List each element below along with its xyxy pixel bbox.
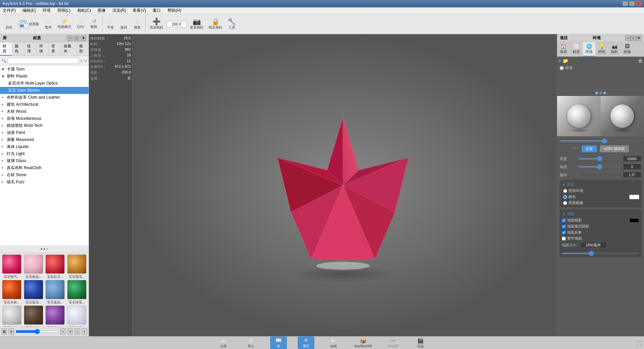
tree-item-stone[interactable]: + 石材 Stone <box>0 171 89 179</box>
tab-texture[interactable]: 纹理 <box>24 42 37 56</box>
grid-icon[interactable]: ⊞ <box>1 328 7 335</box>
bottom-animation[interactable]: ▶ 动画 <box>325 337 342 349</box>
tab-lighting-proj[interactable]: 💡 照明 <box>595 42 608 56</box>
tree-item-paint[interactable]: + 油漆 Paint <box>0 129 89 136</box>
refresh-icon[interactable]: ↺ <box>84 58 87 63</box>
zoom-in-icon[interactable]: + <box>67 328 73 335</box>
ground-shadow-check[interactable] <box>562 218 566 222</box>
env-delete-icon[interactable]: 🗑 <box>638 58 643 63</box>
tree-item-measured[interactable]: + 测量 Measured <box>0 136 89 143</box>
tree-item-gemstones[interactable]: 宝石 Gem Stones <box>0 87 89 94</box>
tree-item-misc[interactable]: + 杂项 Miscellaneous <box>0 115 89 122</box>
bottom-keyvr[interactable]: 👓 KeyVR <box>385 337 401 349</box>
toolbar-lockcam[interactable]: 🔒 锁定相机 <box>207 17 224 31</box>
ground-reflect-check[interactable] <box>562 231 566 235</box>
env-tree-item[interactable]: 环境 <box>558 65 643 71</box>
bottom-import[interactable]: ⬇ 导入 <box>243 337 259 349</box>
tree-item-liquids[interactable]: + 液体 Liquids <box>0 143 89 150</box>
rotation-input[interactable] <box>623 172 641 178</box>
menu-image[interactable]: 图像 <box>96 8 107 13</box>
menu-window[interactable]: 窗口 <box>151 8 162 13</box>
ground-size-input[interactable] <box>580 242 607 248</box>
bottom-render[interactable]: 🎬 渲染 <box>412 337 429 349</box>
thumb-gem-pink[interactable]: 宝石粉晶... <box>23 254 44 279</box>
brightness-slider[interactable] <box>578 158 622 159</box>
env-add-icon[interactable]: + <box>558 58 561 63</box>
toolbar-perf[interactable]: ⚡ 性能模式 <box>56 18 73 30</box>
menu-view[interactable]: 查看(V) <box>131 8 147 13</box>
rp-dock-btn[interactable]: □ <box>631 36 636 41</box>
panel-close-btn[interactable]: ✕ <box>81 36 86 41</box>
thumb-gem-diamond[interactable]: 宝石钻石... <box>66 305 88 327</box>
bg-color-swatch[interactable] <box>629 195 639 199</box>
thumb-gem-amethyst[interactable]: 宝石紫晶... <box>45 305 66 327</box>
toolbar-selectcam[interactable]: 📷 复置相机 <box>188 17 205 31</box>
menu-file[interactable]: 文件(F) <box>1 8 17 13</box>
tree-item-toon[interactable]: ▼ 卡通 Toon <box>0 66 89 73</box>
thumb-gem-electric[interactable]: 宝石电气... <box>1 254 22 279</box>
tree-item-plastic[interactable]: ▼ 塑料 Plastic <box>0 73 89 80</box>
env-preview-dark[interactable] <box>601 96 644 136</box>
sort-icon[interactable]: ≡ <box>80 58 83 63</box>
rp-close-btn[interactable]: ✕ <box>636 36 641 41</box>
size-slider[interactable] <box>15 329 59 334</box>
tree-item-fuzz[interactable]: + 绒毛 Fuzz <box>0 179 89 186</box>
minimize-button[interactable]: ─ <box>623 1 628 6</box>
toolbar-move[interactable]: ✕ 平移 <box>104 17 116 31</box>
tab-material[interactable]: 材质 <box>0 42 12 56</box>
thumb-gem-smoky[interactable]: 宝石烟晶... <box>23 305 44 327</box>
settings-tab-hdri[interactable]: HDRI 编辑器 <box>600 145 629 152</box>
tab-bg[interactable]: 背景 <box>49 42 61 56</box>
tab-camera-proj[interactable]: 📷 相机 <box>608 42 621 56</box>
thumb-gem-crystal[interactable]: 宝石水晶... <box>1 305 22 327</box>
search-input[interactable] <box>8 57 79 64</box>
ground-flatten-check[interactable] <box>562 237 566 241</box>
close-button[interactable]: ✕ <box>636 1 641 6</box>
maximize-button[interactable]: □ <box>629 1 635 6</box>
tab-fav[interactable]: 收藏夹 <box>61 42 77 56</box>
tree-item-glass[interactable]: + 玻璃 Glass <box>0 157 89 164</box>
thumb-gem-aquamarine[interactable]: 宝石蓝晶... <box>45 280 66 305</box>
rp-minus-btn[interactable]: ─ <box>625 36 631 41</box>
sort-asc-icon[interactable]: ↑ <box>82 328 87 335</box>
bottom-keyshotxr[interactable]: 📦 KeyShotXR <box>353 337 374 349</box>
resize-handle[interactable]: ⛶ <box>637 341 641 346</box>
menu-camera[interactable]: 相机(C) <box>76 8 92 13</box>
ground-size-slider[interactable] <box>562 253 639 254</box>
bottom-project[interactable]: ≡ 项目 <box>298 337 314 349</box>
menu-env[interactable]: 环境 <box>41 8 52 13</box>
brightness-input[interactable] <box>623 156 641 162</box>
sort-desc-icon[interactable]: ↓ <box>75 328 80 335</box>
env-folder-icon[interactable]: 📁 <box>562 58 568 63</box>
toolbar-view[interactable]: 👁 视角 <box>131 17 143 31</box>
toolbar-denoise[interactable]: ↺ 断联 <box>88 18 100 30</box>
height-slider[interactable] <box>578 166 622 167</box>
env-preview-slider[interactable] <box>560 140 641 142</box>
toolbar-cpu-usage[interactable]: CPU 使用量 <box>16 19 41 29</box>
bottom-studio[interactable]: 📖 库 <box>270 337 287 349</box>
tab-image-proj[interactable]: 🖼 图像 <box>621 42 634 56</box>
tab-color[interactable]: 颜色 <box>12 42 24 56</box>
toolbar-tools[interactable]: 🔧 工具 <box>226 17 238 31</box>
thumb-gem-ruby[interactable]: 宝石红宝... <box>45 254 66 279</box>
tab-env-proj[interactable]: 🌐 环境 <box>583 42 595 56</box>
menu-edit[interactable]: 编辑(E) <box>21 8 37 13</box>
bg-env-radio[interactable] <box>563 189 567 193</box>
tab-env[interactable]: 环境 <box>37 42 49 56</box>
toolbar-pause[interactable]: ⏸ 暂停 <box>42 17 54 31</box>
toolbar-addfov[interactable]: ➕ 添加相机 <box>148 17 165 31</box>
env-preview-light[interactable] <box>557 96 601 136</box>
viewport[interactable] <box>133 34 557 336</box>
toolbar-start[interactable]: ▷ 启动 <box>3 17 15 31</box>
thumb-gem-fire[interactable]: 宝石火欧... <box>1 280 22 305</box>
menu-render[interactable]: 渲染(R) <box>111 8 128 13</box>
list-icon[interactable]: ≡ <box>8 328 14 335</box>
tree-item-moldtech[interactable]: + 模德塑纹 Mold-Tech <box>0 122 89 129</box>
tree-item-arch[interactable]: + 建筑 Architectural <box>0 101 89 108</box>
toolbar-cpu2[interactable]: 🖥 CPU <box>75 18 87 30</box>
thumb-gem-emerald[interactable]: 宝石绿宝... <box>66 280 88 305</box>
bottom-library[interactable]: ☁ 云库 <box>215 337 232 349</box>
thumb-gem-sapphire[interactable]: 宝石蓝宝... <box>23 280 44 305</box>
height-input[interactable] <box>623 164 641 170</box>
tree-item-wood[interactable]: + 木材 Wood <box>0 108 89 115</box>
